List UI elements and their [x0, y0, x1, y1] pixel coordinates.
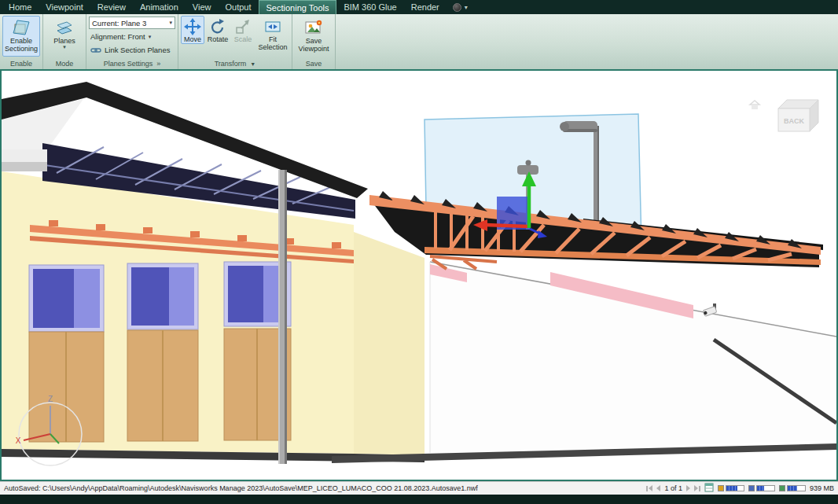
move-label: Move: [184, 35, 201, 43]
rotate-button[interactable]: Rotate: [206, 16, 230, 44]
enable-sectioning-icon: [12, 18, 31, 37]
planes-icon: [55, 18, 74, 37]
sheet-browser-icon[interactable]: [704, 483, 714, 494]
chevron-down-icon: ▾: [63, 45, 66, 50]
ribbon-tab-bar: Home Viewpoint Review Animation View Out…: [0, 0, 838, 14]
memory-meter: [779, 485, 806, 491]
axis-x-label: X: [16, 436, 21, 445]
ribbon: Enable Sectioning Enable Planes ▾ Mode C: [0, 14, 838, 69]
light-pole: [278, 170, 287, 464]
group-transform: Move Rotate: [178, 14, 292, 69]
window-bottom-edge: [0, 495, 838, 504]
sheet-page-indicator: 1 of 1: [664, 484, 682, 492]
group-label-enable: Enable: [2, 58, 40, 69]
axis-z-label: Z: [48, 395, 53, 403]
door: [29, 329, 291, 442]
rotate-icon: [209, 18, 226, 35]
viewport-3d[interactable]: BACK Z X: [2, 71, 836, 480]
view-cube-label: BACK: [784, 117, 804, 125]
enable-sectioning-label: Enable Sectioning: [4, 37, 39, 53]
scale-icon: [234, 18, 252, 35]
current-plane-select[interactable]: Current: Plane 3 ▾: [89, 17, 175, 29]
gizmo-x-axis-handle[interactable]: [486, 225, 527, 226]
fit-selection-icon: [264, 18, 281, 35]
link-section-planes-button[interactable]: Link Section Planes: [89, 44, 175, 56]
previous-sheet-button[interactable]: [656, 485, 660, 491]
window: [127, 263, 198, 329]
memory-usage-label: 939 MB: [810, 484, 834, 492]
tab-review[interactable]: Review: [90, 0, 133, 14]
scale-label: Scale: [234, 35, 252, 43]
window: [29, 265, 104, 332]
group-label-transform: Transform ▼: [181, 58, 289, 69]
disk-meter: [748, 485, 775, 491]
view-cube[interactable]: BACK: [778, 100, 818, 131]
first-sheet-button[interactable]: [646, 485, 652, 491]
group-label-mode: Mode: [46, 58, 83, 69]
save-viewpoint-icon: [304, 18, 323, 37]
chevron-down-icon: ▾: [169, 20, 172, 26]
save-viewpoint-label: Save Viewpoint: [296, 37, 331, 53]
autosave-status-text: AutoSaved: C:\Users\Andy\AppData\Roaming…: [4, 484, 646, 492]
group-label-save: Save: [295, 58, 333, 69]
tab-view[interactable]: View: [186, 0, 219, 14]
tab-sectioning-tools[interactable]: Sectioning Tools: [259, 0, 337, 14]
tab-home[interactable]: Home: [2, 0, 39, 14]
current-plane-value: Current: Plane 3: [92, 19, 146, 28]
fit-selection-button[interactable]: Fit Selection: [256, 16, 289, 52]
chevron-down-icon[interactable]: ▾: [465, 4, 468, 11]
link-section-planes-label: Link Section Planes: [105, 46, 170, 54]
last-sheet-button[interactable]: [694, 485, 700, 491]
tab-animation[interactable]: Animation: [133, 0, 186, 14]
scale-button: Scale: [231, 16, 255, 44]
redraw-meter: [718, 485, 744, 491]
viewport-3d-canvas[interactable]: BACK Z X: [2, 71, 836, 480]
group-label-planes-settings: Planes Settings »: [89, 58, 175, 69]
group-save: Save Viewpoint Save: [292, 14, 336, 69]
planes-button[interactable]: Planes ▾: [46, 16, 83, 57]
viewport-frame: BACK Z X: [0, 69, 838, 481]
status-bar: AutoSaved: C:\Users\Andy\AppData\Roaming…: [0, 481, 838, 495]
fit-selection-label: Fit Selection: [257, 35, 289, 51]
link-icon: [90, 46, 101, 54]
tab-render[interactable]: Render: [404, 0, 447, 14]
group-mode: Planes ▾ Mode: [43, 14, 86, 69]
tab-output[interactable]: Output: [219, 0, 259, 14]
alignment-select[interactable]: Alignment: Front ▾: [89, 31, 175, 42]
group-enable: Enable Sectioning Enable: [0, 14, 43, 69]
move-button[interactable]: Move: [181, 16, 204, 44]
tab-viewpoint[interactable]: Viewpoint: [39, 0, 90, 14]
alignment-value: Alignment: Front: [90, 32, 145, 41]
rotate-label: Rotate: [208, 35, 229, 43]
tab-bim-360-glue[interactable]: BIM 360 Glue: [336, 0, 403, 14]
chevron-down-icon: ▾: [149, 34, 152, 40]
save-viewpoint-button[interactable]: Save Viewpoint: [295, 16, 333, 57]
expander-icon[interactable]: »: [156, 60, 160, 68]
enable-sectioning-button[interactable]: Enable Sectioning: [2, 16, 40, 57]
group-planes-settings: Current: Plane 3 ▾ Alignment: Front ▾ Li…: [86, 14, 178, 69]
move-icon: [184, 18, 201, 35]
next-sheet-button[interactable]: [686, 485, 690, 491]
chevron-down-icon[interactable]: ▼: [250, 61, 255, 67]
menu-circle-icon[interactable]: [453, 3, 461, 12]
